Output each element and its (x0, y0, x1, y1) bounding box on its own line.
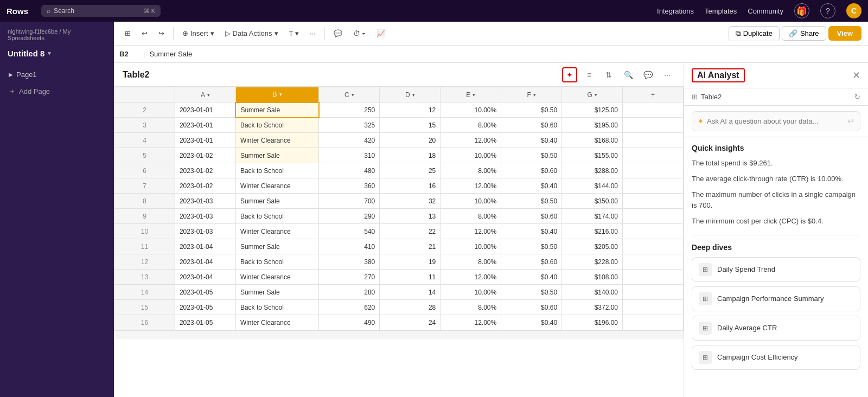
ai-question-input[interactable] (707, 117, 844, 125)
add-page-btn[interactable]: ＋ Add Page (0, 84, 114, 99)
cell-e[interactable]: 12.00% (441, 133, 501, 148)
cell-c[interactable]: 325 (319, 118, 380, 133)
col-header-a[interactable]: A ▾ (175, 87, 235, 103)
cell-date[interactable]: 2023-01-04 (175, 254, 235, 270)
cell-campaign[interactable]: Back to School (235, 163, 318, 178)
comment-btn[interactable]: 💬 (329, 27, 347, 40)
cell-f[interactable]: $0.50 (501, 103, 562, 118)
cell-campaign[interactable]: Back to School (235, 209, 318, 224)
cell-date[interactable]: 2023-01-05 (175, 300, 235, 315)
col-header-b[interactable]: B ▾ (235, 87, 318, 103)
cell-c[interactable]: 620 (319, 300, 380, 315)
cell-date[interactable]: 2023-01-01 (175, 118, 235, 133)
share-btn[interactable]: 🔗 Share (782, 26, 826, 41)
col-header-f[interactable]: F ▾ (501, 87, 562, 103)
cell-c[interactable]: 290 (319, 209, 380, 224)
cell-d[interactable]: 25 (380, 163, 441, 178)
cell-date[interactable]: 2023-01-03 (175, 224, 235, 239)
deep-dive-item[interactable]: ⊞Campaign Cost Efficiency (692, 345, 860, 370)
cell-d[interactable]: 18 (380, 148, 441, 163)
cell-c[interactable]: 360 (319, 178, 380, 194)
search-bar[interactable]: ⌕ Search ⌘ K (41, 5, 161, 17)
cell-e[interactable]: 10.00% (441, 148, 501, 163)
cell-campaign[interactable]: Summer Sale (235, 148, 318, 163)
cell-campaign[interactable]: Summer Sale (235, 103, 318, 118)
cell-d[interactable]: 12 (380, 103, 441, 118)
deep-dive-item[interactable]: ⊞Campaign Performance Summary (692, 286, 860, 311)
search-table-btn[interactable]: 🔍 (621, 67, 636, 82)
cell-d[interactable]: 20 (380, 133, 441, 148)
cell-f[interactable]: $0.40 (501, 224, 562, 239)
cell-c[interactable]: 280 (319, 285, 380, 300)
cell-date[interactable]: 2023-01-05 (175, 315, 235, 330)
cell-campaign[interactable]: Winter Clearance (235, 224, 318, 239)
deep-dive-item[interactable]: ⊞Daily Spend Trend (692, 257, 860, 282)
view-btn[interactable]: View (828, 26, 861, 41)
cell-e[interactable]: 8.00% (441, 118, 501, 133)
cell-campaign[interactable]: Summer Sale (235, 239, 318, 254)
cell-c[interactable]: 410 (319, 239, 380, 254)
send-btn[interactable]: ↵ (847, 116, 854, 126)
cell-c[interactable]: 490 (319, 315, 380, 330)
comment-table-btn[interactable]: 💬 (640, 67, 655, 82)
cell-g[interactable]: $108.00 (562, 270, 623, 285)
cell-campaign[interactable]: Summer Sale (235, 285, 318, 300)
cell-d[interactable]: 19 (380, 254, 441, 270)
cell-campaign[interactable]: Back to School (235, 254, 318, 270)
cell-c[interactable]: 540 (319, 224, 380, 239)
cell-c[interactable]: 480 (319, 163, 380, 178)
gift-icon-btn[interactable]: 🎁 (794, 3, 809, 18)
cell-g[interactable]: $288.00 (562, 163, 623, 178)
spreadsheet-area[interactable]: Table2 ✦ ≡ ⇅ 🔍 💬 ··· (114, 63, 684, 397)
cell-e[interactable]: 12.00% (441, 224, 501, 239)
filter-btn[interactable]: ≡ (582, 67, 597, 82)
deep-dive-item[interactable]: ⊞Daily Average CTR (692, 316, 860, 341)
cell-e[interactable]: 10.00% (441, 239, 501, 254)
cell-g[interactable]: $174.00 (562, 209, 623, 224)
help-btn[interactable]: ? (820, 3, 835, 18)
cell-date[interactable]: 2023-01-02 (175, 178, 235, 194)
cell-f[interactable]: $0.60 (501, 118, 562, 133)
undo-btn[interactable]: ↩ (137, 27, 152, 40)
insert-btn[interactable]: ⊕ Insert ▾ (178, 27, 219, 40)
cell-date[interactable]: 2023-01-03 (175, 194, 235, 209)
cell-f[interactable]: $0.60 (501, 209, 562, 224)
cell-d[interactable]: 22 (380, 224, 441, 239)
col-add-btn[interactable]: + (623, 87, 684, 103)
cell-d[interactable]: 32 (380, 194, 441, 209)
cell-f[interactable]: $0.50 (501, 194, 562, 209)
templates-link[interactable]: Templates (705, 7, 737, 15)
cell-g[interactable]: $125.00 (562, 103, 623, 118)
cell-date[interactable]: 2023-01-03 (175, 209, 235, 224)
cell-c[interactable]: 700 (319, 194, 380, 209)
cell-d[interactable]: 21 (380, 239, 441, 254)
redo-btn[interactable]: ↪ (154, 27, 169, 40)
ai-input-box[interactable]: ✦ ↵ (692, 111, 860, 131)
cell-c[interactable]: 380 (319, 254, 380, 270)
cell-date[interactable]: 2023-01-01 (175, 133, 235, 148)
cell-f[interactable]: $0.60 (501, 163, 562, 178)
chart-btn[interactable]: 📈 (372, 27, 390, 40)
cell-date[interactable]: 2023-01-01 (175, 103, 235, 118)
cell-d[interactable]: 11 (380, 270, 441, 285)
user-avatar[interactable]: C (846, 3, 861, 18)
cell-campaign[interactable]: Back to School (235, 118, 318, 133)
cell-campaign[interactable]: Summer Sale (235, 194, 318, 209)
cell-f[interactable]: $0.60 (501, 300, 562, 315)
cell-date[interactable]: 2023-01-04 (175, 239, 235, 254)
layout-btn[interactable]: ⊞ (120, 27, 135, 40)
sort-btn[interactable]: ⇅ (601, 67, 616, 82)
cell-e[interactable]: 8.00% (441, 209, 501, 224)
cell-campaign[interactable]: Winter Clearance (235, 133, 318, 148)
data-actions-btn[interactable]: ▷ Data Actions ▾ (221, 27, 283, 40)
text-format-btn[interactable]: T ▾ (285, 27, 303, 40)
cell-e[interactable]: 8.00% (441, 254, 501, 270)
cell-g[interactable]: $195.00 (562, 118, 623, 133)
history-btn[interactable]: ⏱ ▾ (349, 27, 371, 40)
cell-g[interactable]: $196.00 (562, 315, 623, 330)
duplicate-btn[interactable]: ⧉ Duplicate (729, 26, 780, 41)
cell-e[interactable]: 10.00% (441, 103, 501, 118)
cell-f[interactable]: $0.40 (501, 178, 562, 194)
cell-g[interactable]: $140.00 (562, 285, 623, 300)
horizontal-scrollbar[interactable] (114, 330, 684, 339)
